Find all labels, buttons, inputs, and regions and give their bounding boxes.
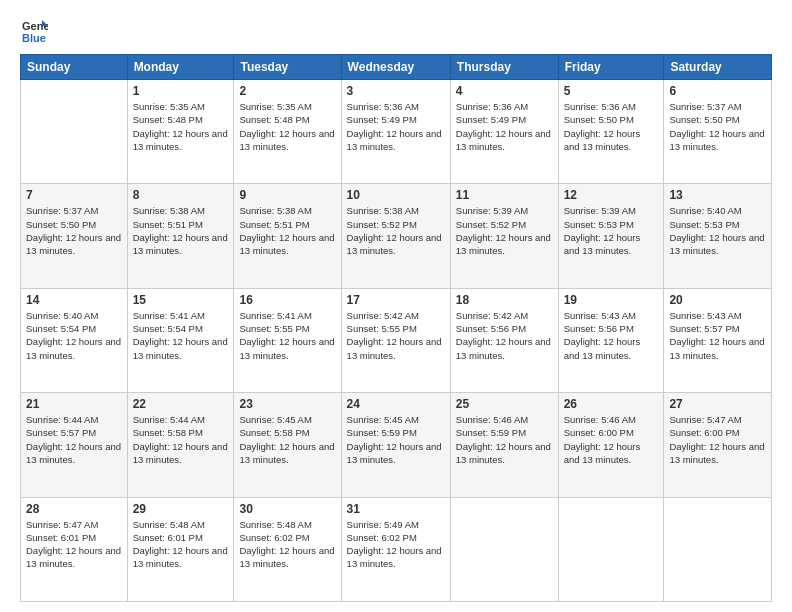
- day-number: 11: [456, 188, 553, 202]
- calendar-cell: 30Sunrise: 5:48 AM Sunset: 6:02 PM Dayli…: [234, 497, 341, 601]
- week-row-2: 7Sunrise: 5:37 AM Sunset: 5:50 PM Daylig…: [21, 184, 772, 288]
- week-row-4: 21Sunrise: 5:44 AM Sunset: 5:57 PM Dayli…: [21, 393, 772, 497]
- day-number: 27: [669, 397, 766, 411]
- day-info: Sunrise: 5:44 AM Sunset: 5:58 PM Dayligh…: [133, 413, 229, 466]
- day-number: 2: [239, 84, 335, 98]
- weekday-header-friday: Friday: [558, 55, 664, 80]
- weekday-header-wednesday: Wednesday: [341, 55, 450, 80]
- weekday-header-sunday: Sunday: [21, 55, 128, 80]
- weekday-header-thursday: Thursday: [450, 55, 558, 80]
- calendar-cell: 16Sunrise: 5:41 AM Sunset: 5:55 PM Dayli…: [234, 288, 341, 392]
- day-number: 9: [239, 188, 335, 202]
- day-number: 5: [564, 84, 659, 98]
- day-info: Sunrise: 5:46 AM Sunset: 5:59 PM Dayligh…: [456, 413, 553, 466]
- calendar-cell: [450, 497, 558, 601]
- day-number: 8: [133, 188, 229, 202]
- day-number: 24: [347, 397, 445, 411]
- day-info: Sunrise: 5:38 AM Sunset: 5:52 PM Dayligh…: [347, 204, 445, 257]
- day-number: 3: [347, 84, 445, 98]
- calendar-cell: 2Sunrise: 5:35 AM Sunset: 5:48 PM Daylig…: [234, 80, 341, 184]
- day-number: 26: [564, 397, 659, 411]
- calendar-table: SundayMondayTuesdayWednesdayThursdayFrid…: [20, 54, 772, 602]
- svg-text:Blue: Blue: [22, 32, 46, 44]
- calendar-cell: 27Sunrise: 5:47 AM Sunset: 6:00 PM Dayli…: [664, 393, 772, 497]
- day-info: Sunrise: 5:48 AM Sunset: 6:01 PM Dayligh…: [133, 518, 229, 571]
- calendar-cell: 23Sunrise: 5:45 AM Sunset: 5:58 PM Dayli…: [234, 393, 341, 497]
- weekday-header-tuesday: Tuesday: [234, 55, 341, 80]
- day-info: Sunrise: 5:37 AM Sunset: 5:50 PM Dayligh…: [669, 100, 766, 153]
- day-info: Sunrise: 5:39 AM Sunset: 5:53 PM Dayligh…: [564, 204, 659, 257]
- calendar-cell: 11Sunrise: 5:39 AM Sunset: 5:52 PM Dayli…: [450, 184, 558, 288]
- day-info: Sunrise: 5:44 AM Sunset: 5:57 PM Dayligh…: [26, 413, 122, 466]
- calendar-cell: 20Sunrise: 5:43 AM Sunset: 5:57 PM Dayli…: [664, 288, 772, 392]
- day-number: 31: [347, 502, 445, 516]
- calendar-cell: 31Sunrise: 5:49 AM Sunset: 6:02 PM Dayli…: [341, 497, 450, 601]
- day-info: Sunrise: 5:48 AM Sunset: 6:02 PM Dayligh…: [239, 518, 335, 571]
- week-row-3: 14Sunrise: 5:40 AM Sunset: 5:54 PM Dayli…: [21, 288, 772, 392]
- calendar-cell: [664, 497, 772, 601]
- calendar-cell: 9Sunrise: 5:38 AM Sunset: 5:51 PM Daylig…: [234, 184, 341, 288]
- calendar-cell: 6Sunrise: 5:37 AM Sunset: 5:50 PM Daylig…: [664, 80, 772, 184]
- week-row-5: 28Sunrise: 5:47 AM Sunset: 6:01 PM Dayli…: [21, 497, 772, 601]
- day-info: Sunrise: 5:47 AM Sunset: 6:00 PM Dayligh…: [669, 413, 766, 466]
- day-number: 16: [239, 293, 335, 307]
- day-info: Sunrise: 5:36 AM Sunset: 5:49 PM Dayligh…: [456, 100, 553, 153]
- weekday-header-monday: Monday: [127, 55, 234, 80]
- day-info: Sunrise: 5:40 AM Sunset: 5:53 PM Dayligh…: [669, 204, 766, 257]
- calendar-cell: 26Sunrise: 5:46 AM Sunset: 6:00 PM Dayli…: [558, 393, 664, 497]
- day-number: 4: [456, 84, 553, 98]
- calendar-cell: 5Sunrise: 5:36 AM Sunset: 5:50 PM Daylig…: [558, 80, 664, 184]
- day-number: 29: [133, 502, 229, 516]
- calendar-cell: 3Sunrise: 5:36 AM Sunset: 5:49 PM Daylig…: [341, 80, 450, 184]
- calendar-cell: 25Sunrise: 5:46 AM Sunset: 5:59 PM Dayli…: [450, 393, 558, 497]
- day-info: Sunrise: 5:43 AM Sunset: 5:57 PM Dayligh…: [669, 309, 766, 362]
- calendar-cell: 8Sunrise: 5:38 AM Sunset: 5:51 PM Daylig…: [127, 184, 234, 288]
- day-number: 18: [456, 293, 553, 307]
- calendar-cell: 14Sunrise: 5:40 AM Sunset: 5:54 PM Dayli…: [21, 288, 128, 392]
- day-number: 13: [669, 188, 766, 202]
- day-number: 1: [133, 84, 229, 98]
- day-info: Sunrise: 5:36 AM Sunset: 5:50 PM Dayligh…: [564, 100, 659, 153]
- calendar-cell: 22Sunrise: 5:44 AM Sunset: 5:58 PM Dayli…: [127, 393, 234, 497]
- calendar-cell: 7Sunrise: 5:37 AM Sunset: 5:50 PM Daylig…: [21, 184, 128, 288]
- logo-icon: General Blue: [20, 16, 48, 44]
- day-info: Sunrise: 5:49 AM Sunset: 6:02 PM Dayligh…: [347, 518, 445, 571]
- calendar-cell: 12Sunrise: 5:39 AM Sunset: 5:53 PM Dayli…: [558, 184, 664, 288]
- day-number: 7: [26, 188, 122, 202]
- day-number: 19: [564, 293, 659, 307]
- weekday-header-row: SundayMondayTuesdayWednesdayThursdayFrid…: [21, 55, 772, 80]
- day-info: Sunrise: 5:38 AM Sunset: 5:51 PM Dayligh…: [133, 204, 229, 257]
- calendar-cell: 24Sunrise: 5:45 AM Sunset: 5:59 PM Dayli…: [341, 393, 450, 497]
- calendar-cell: 15Sunrise: 5:41 AM Sunset: 5:54 PM Dayli…: [127, 288, 234, 392]
- day-info: Sunrise: 5:47 AM Sunset: 6:01 PM Dayligh…: [26, 518, 122, 571]
- calendar-cell: 28Sunrise: 5:47 AM Sunset: 6:01 PM Dayli…: [21, 497, 128, 601]
- calendar-cell: 1Sunrise: 5:35 AM Sunset: 5:48 PM Daylig…: [127, 80, 234, 184]
- day-number: 28: [26, 502, 122, 516]
- day-number: 10: [347, 188, 445, 202]
- day-number: 25: [456, 397, 553, 411]
- day-info: Sunrise: 5:45 AM Sunset: 5:59 PM Dayligh…: [347, 413, 445, 466]
- day-info: Sunrise: 5:41 AM Sunset: 5:54 PM Dayligh…: [133, 309, 229, 362]
- day-number: 14: [26, 293, 122, 307]
- day-info: Sunrise: 5:42 AM Sunset: 5:56 PM Dayligh…: [456, 309, 553, 362]
- week-row-1: 1Sunrise: 5:35 AM Sunset: 5:48 PM Daylig…: [21, 80, 772, 184]
- calendar-cell: 19Sunrise: 5:43 AM Sunset: 5:56 PM Dayli…: [558, 288, 664, 392]
- day-info: Sunrise: 5:39 AM Sunset: 5:52 PM Dayligh…: [456, 204, 553, 257]
- day-info: Sunrise: 5:45 AM Sunset: 5:58 PM Dayligh…: [239, 413, 335, 466]
- day-number: 6: [669, 84, 766, 98]
- day-number: 23: [239, 397, 335, 411]
- day-info: Sunrise: 5:37 AM Sunset: 5:50 PM Dayligh…: [26, 204, 122, 257]
- day-number: 20: [669, 293, 766, 307]
- day-number: 17: [347, 293, 445, 307]
- day-info: Sunrise: 5:42 AM Sunset: 5:55 PM Dayligh…: [347, 309, 445, 362]
- calendar-cell: 13Sunrise: 5:40 AM Sunset: 5:53 PM Dayli…: [664, 184, 772, 288]
- day-number: 12: [564, 188, 659, 202]
- header: General Blue: [20, 16, 772, 44]
- calendar-cell: 10Sunrise: 5:38 AM Sunset: 5:52 PM Dayli…: [341, 184, 450, 288]
- day-number: 30: [239, 502, 335, 516]
- day-info: Sunrise: 5:35 AM Sunset: 5:48 PM Dayligh…: [239, 100, 335, 153]
- calendar-cell: 29Sunrise: 5:48 AM Sunset: 6:01 PM Dayli…: [127, 497, 234, 601]
- logo: General Blue: [20, 16, 52, 44]
- day-info: Sunrise: 5:38 AM Sunset: 5:51 PM Dayligh…: [239, 204, 335, 257]
- weekday-header-saturday: Saturday: [664, 55, 772, 80]
